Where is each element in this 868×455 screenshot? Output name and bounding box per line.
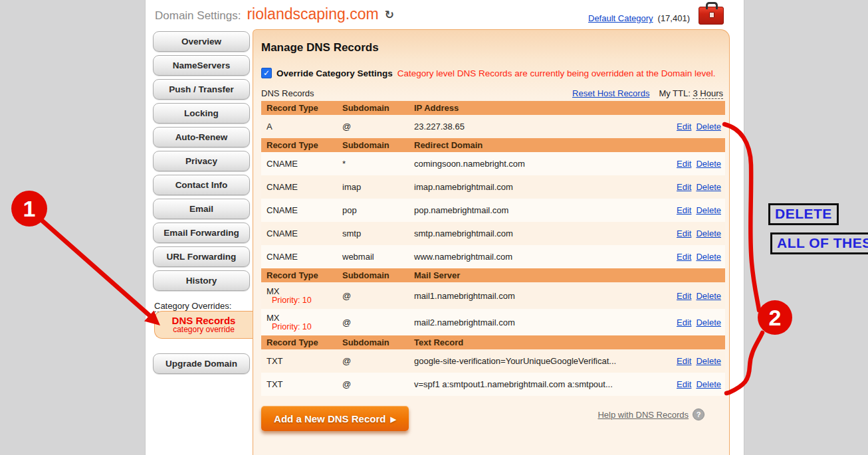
subdomain: @ (342, 291, 414, 301)
default-category-link[interactable]: Default Category (588, 13, 653, 23)
record-value: imap.namebrightmail.com (414, 182, 647, 192)
step2-badge: 2 (758, 300, 792, 335)
delete-link[interactable]: Delete (696, 159, 721, 169)
subdomain: pop (342, 205, 414, 215)
sidebar-item-email-forwarding[interactable]: Email Forwarding (153, 223, 250, 243)
sidebar-item-contact-info[interactable]: Contact Info (153, 175, 250, 195)
dns-records-label: DNS Records (172, 316, 236, 325)
help-dns-records-link[interactable]: Help with DNS Records (597, 410, 689, 420)
refresh-icon[interactable]: ↻ (385, 8, 394, 22)
edit-link[interactable]: Edit (677, 228, 691, 238)
dns-records-table: Record TypeSubdomainIP AddressA@23.227.3… (261, 101, 725, 396)
delete-link[interactable]: Delete (696, 182, 721, 192)
reset-host-records-link[interactable]: Reset Host Records (572, 88, 649, 98)
delete-link[interactable]: Delete (696, 291, 721, 301)
header: Domain Settings: riolandscaping.com ↻ (155, 5, 394, 23)
table-row: MXPriority: 10@mail2.namebrightmail.comE… (261, 309, 725, 335)
table-row: CNAMEwebmailwww.namebrightmail.comEditDe… (261, 245, 725, 268)
delete-link[interactable]: Delete (696, 205, 721, 215)
override-warning-text: Category level DNS Records are currently… (397, 68, 716, 78)
table-row: CNAMEsmtpsmtp.namebrightmail.comEditDele… (261, 222, 725, 245)
record-value: smtp.namebrightmail.com (414, 228, 647, 238)
edit-link[interactable]: Edit (677, 379, 691, 389)
subdomain: @ (342, 379, 414, 389)
sidebar-item-push-transfer[interactable]: Push / Transfer (153, 79, 250, 100)
sidebar: OverviewNameServersPush / TransferLockin… (153, 31, 250, 316)
record-value: v=spf1 a:smtpout1.namebrightmail.com a:s… (414, 379, 647, 389)
sidebar-item-email[interactable]: Email (153, 199, 250, 219)
override-row: ✓ Override Category Settings Category le… (261, 68, 723, 78)
note-delete: DELETE (768, 203, 839, 225)
sidebar-item-url-forwarding[interactable]: URL Forwarding (153, 246, 250, 267)
sidebar-item-overview[interactable]: Overview (153, 31, 250, 52)
record-type: CNAME (267, 252, 342, 262)
footer-row: Add a New DNS Record ▶ Help with DNS Rec… (261, 406, 723, 431)
note-all-of-these: ALL OF THESE (770, 232, 868, 254)
column-header: Subdomain (342, 140, 414, 150)
edit-link[interactable]: Edit (677, 205, 691, 215)
table-row: TXT@google-site-verification=YourUniqueG… (261, 349, 725, 373)
record-value: comingsoon.namebright.com (414, 159, 647, 169)
column-header: Record Type (267, 337, 342, 347)
table-section-header: Record TypeSubdomainMail Server (261, 268, 725, 282)
table-section-header: Record TypeSubdomainText Record (261, 335, 725, 349)
ttl-value[interactable]: 3 Hours (693, 88, 723, 99)
dns-records-caption: DNS Records (261, 88, 314, 98)
edit-link[interactable]: Edit (677, 122, 691, 132)
delete-link[interactable]: Delete (696, 228, 721, 238)
edit-link[interactable]: Edit (677, 356, 691, 366)
table-row: A@23.227.38.65EditDelete (261, 115, 725, 138)
add-dns-record-button[interactable]: Add a New DNS Record ▶ (261, 406, 409, 431)
manage-dns-panel: Manage DNS Records ✓ Override Category S… (253, 29, 730, 455)
ttl-label: My TTL: 3 Hours (659, 88, 723, 98)
delete-link[interactable]: Delete (696, 252, 721, 262)
record-value: www.namebrightmail.com (414, 252, 647, 262)
record-type: CNAME (267, 205, 342, 215)
step1-arrow (41, 220, 149, 315)
column-header: Redirect Domain (414, 140, 647, 150)
svg-text:2: 2 (769, 305, 782, 330)
delete-link[interactable]: Delete (696, 379, 721, 389)
column-header: Subdomain (342, 270, 414, 280)
delete-link[interactable]: Delete (696, 356, 721, 366)
sidebar-item-upgrade-domain[interactable]: Upgrade Domain (153, 353, 250, 374)
table-section-header: Record TypeSubdomainRedirect Domain (261, 138, 725, 152)
delete-link[interactable]: Delete (696, 318, 721, 327)
table-row: TXT@v=spf1 a:smtpout1.namebrightmail.com… (261, 373, 725, 396)
record-type: MX (267, 286, 342, 296)
edit-link[interactable]: Edit (677, 252, 691, 262)
subdomain: @ (342, 122, 414, 132)
records-toolbar: DNS Records Reset Host Records My TTL: 3… (261, 88, 723, 98)
sidebar-item-nameservers[interactable]: NameServers (153, 55, 250, 76)
help-question-icon[interactable]: ? (693, 409, 705, 420)
record-type: TXT (267, 356, 342, 366)
override-checkbox-label: Override Category Settings (276, 68, 393, 78)
delete-link[interactable]: Delete (696, 122, 721, 132)
record-value: pop.namebrightmail.com (414, 205, 647, 215)
table-row: CNAMEimapimap.namebrightmail.comEditDele… (261, 175, 725, 199)
column-header: Subdomain (342, 337, 414, 347)
column-header: Record Type (267, 270, 342, 280)
edit-link[interactable]: Edit (677, 291, 691, 301)
override-checkbox[interactable]: ✓ (261, 68, 272, 78)
column-header: Text Record (414, 337, 647, 347)
record-type: TXT (267, 379, 342, 389)
edit-link[interactable]: Edit (677, 318, 691, 327)
column-header: Record Type (267, 103, 342, 113)
edit-link[interactable]: Edit (677, 182, 691, 192)
subdomain: imap (342, 182, 414, 192)
edit-link[interactable]: Edit (677, 159, 691, 169)
sidebar-item-history[interactable]: History (153, 270, 250, 291)
toolbox-icon[interactable] (699, 7, 724, 25)
svg-text:1: 1 (23, 196, 36, 221)
sidebar-item-dns-records[interactable]: DNS Records category override (154, 311, 253, 339)
sidebar-item-locking[interactable]: Locking (153, 103, 250, 124)
record-type: CNAME (267, 228, 342, 238)
table-row: MXPriority: 10@mail1.namebrightmail.comE… (261, 282, 725, 309)
page-title: Domain Settings: (155, 9, 241, 23)
record-type: CNAME (267, 182, 342, 192)
sidebar-item-auto-renew[interactable]: Auto-Renew (153, 127, 250, 147)
sidebar-item-privacy[interactable]: Privacy (153, 151, 250, 171)
subdomain: @ (342, 356, 414, 366)
panel-heading: Manage DNS Records (261, 41, 723, 54)
